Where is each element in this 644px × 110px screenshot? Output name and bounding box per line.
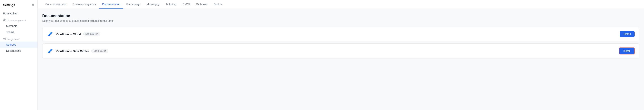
integration-status-confluence-data-center: Not installed <box>91 49 108 53</box>
users-icon <box>3 19 6 22</box>
integration-info-confluence-data-center: Confluence Data Center Not installed <box>56 49 335 53</box>
sidebar-item-honeytoken[interactable]: Honeytoken <box>0 10 38 16</box>
svg-line-6 <box>4 39 5 40</box>
user-management-label: User management <box>7 19 26 22</box>
confluence-cloud-logo <box>47 31 53 37</box>
tab-code-repositories[interactable]: Code repositories <box>42 0 70 9</box>
tab-messaging[interactable]: Messaging <box>144 0 163 9</box>
tab-git-hooks[interactable]: Git hooks <box>193 0 210 9</box>
integration-name-confluence-data-center: Confluence Data Center <box>56 50 89 53</box>
content-area: Documentation Scan your documents to det… <box>38 9 644 110</box>
sidebar-item-label: Members <box>6 24 17 28</box>
sidebar-item-sources[interactable]: Sources <box>0 42 38 48</box>
tab-container-registries[interactable]: Container registries <box>70 0 99 9</box>
sidebar-title: Settings <box>3 4 15 7</box>
install-button-confluence-data-center[interactable]: Install <box>619 48 634 54</box>
svg-point-1 <box>5 20 6 20</box>
section-description: Scan your documents to detect secret inc… <box>42 19 640 22</box>
sidebar-item-label: Teams <box>6 30 14 34</box>
main-content: Code repositories Container registries D… <box>38 0 644 110</box>
tabs-bar: Code repositories Container registries D… <box>38 0 644 9</box>
svg-point-0 <box>4 19 4 20</box>
sidebar-header: Settings × <box>0 3 38 10</box>
tab-docker[interactable]: Docker <box>210 0 225 9</box>
tab-file-storage[interactable]: File storage <box>123 0 144 9</box>
confluence-data-center-logo <box>47 48 53 54</box>
close-button[interactable]: × <box>32 3 34 7</box>
svg-point-4 <box>5 39 6 40</box>
integrations-icon <box>3 38 6 41</box>
sidebar-item-members[interactable]: Members <box>0 23 38 29</box>
sidebar: Settings × Honeytoken User management Me… <box>0 0 38 110</box>
integration-status-confluence-cloud: Not installed <box>83 32 100 36</box>
tab-ci-cd[interactable]: CI/CD <box>180 0 193 9</box>
sidebar-item-teams[interactable]: Teams <box>0 29 38 35</box>
tab-ticketing[interactable]: Ticketing <box>163 0 180 9</box>
integration-card-confluence-cloud: Confluence Cloud Not installed Install <box>42 27 640 41</box>
svg-point-3 <box>5 38 6 39</box>
integrations-label: Integrations <box>7 38 19 40</box>
integration-name-confluence-cloud: Confluence Cloud <box>56 32 81 36</box>
svg-point-2 <box>3 38 4 39</box>
sidebar-section-user-management: User management <box>0 16 38 23</box>
section-title: Documentation <box>42 14 640 18</box>
sidebar-item-destinations[interactable]: Destinations <box>0 48 38 54</box>
sidebar-section-integrations: Integrations <box>0 35 38 42</box>
tab-documentation[interactable]: Documentation <box>99 0 123 9</box>
integration-info-confluence-cloud: Confluence Cloud Not installed <box>56 32 335 36</box>
integration-card-confluence-data-center: Confluence Data Center Not installed Ins… <box>42 44 640 58</box>
install-button-confluence-cloud[interactable]: Install <box>620 31 634 37</box>
sidebar-item-label: Sources <box>6 43 16 46</box>
sidebar-item-label: Honeytoken <box>3 12 18 15</box>
svg-line-5 <box>4 38 5 39</box>
sidebar-item-label: Destinations <box>6 49 21 52</box>
